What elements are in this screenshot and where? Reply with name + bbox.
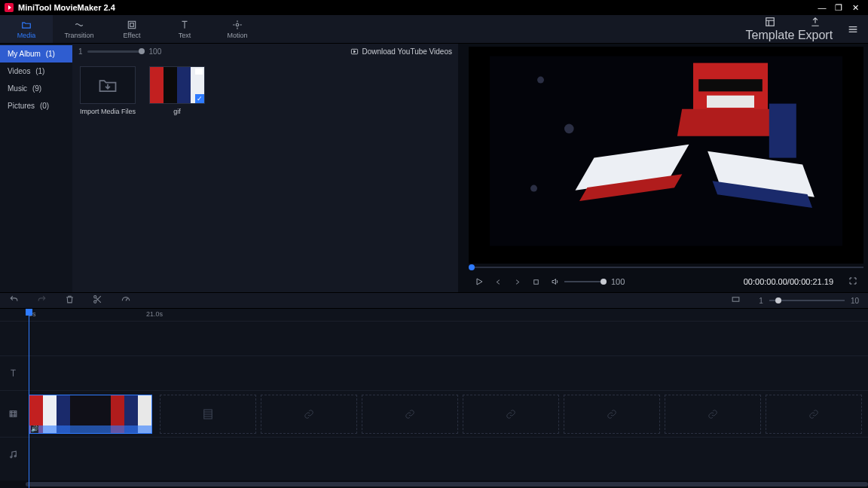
menu-button[interactable]	[838, 15, 868, 43]
download-youtube-label: Download YouTube Videos	[362, 47, 452, 56]
text-track[interactable]	[0, 355, 868, 390]
link-icon	[405, 409, 415, 419]
thumb-zoom-max: 100	[149, 47, 162, 56]
timeline[interactable]: 0s 21.0s 🔊	[0, 309, 868, 488]
tab-media-label: Media	[17, 32, 36, 39]
svg-point-11	[10, 456, 11, 458]
speaker-icon	[551, 277, 560, 286]
sidebar-item-count: (1)	[46, 50, 55, 58]
download-icon	[350, 47, 359, 56]
tab-motion[interactable]: Motion	[211, 15, 264, 43]
hamburger-icon	[847, 23, 859, 35]
speed-button[interactable]	[121, 294, 131, 307]
sidebar-item-pictures[interactable]: Pictures (0)	[0, 97, 72, 114]
fullscreen-button[interactable]	[848, 275, 857, 288]
svg-point-6	[94, 296, 96, 298]
stop-icon	[532, 278, 540, 286]
link-icon	[304, 409, 314, 419]
trash-icon	[65, 294, 75, 304]
fullscreen-icon	[848, 276, 857, 285]
empty-slot[interactable]	[362, 395, 458, 434]
selected-check-icon: ✓	[195, 94, 204, 103]
window-maximize-button[interactable]: ❐	[830, 3, 847, 13]
thumb-zoom-min: 1	[78, 47, 83, 56]
media-sidebar: My Album (1) Videos (1) Music (9) Pictur…	[0, 44, 72, 292]
sidebar-item-my-album[interactable]: My Album (1)	[0, 45, 72, 63]
empty-slot[interactable]	[766, 395, 862, 434]
split-button[interactable]	[93, 294, 102, 307]
svg-rect-9	[10, 411, 17, 417]
link-icon	[607, 409, 617, 419]
delete-button[interactable]	[65, 294, 75, 307]
preview-video[interactable]	[469, 47, 863, 264]
template-button[interactable]: Template	[747, 15, 793, 43]
folder-icon	[21, 20, 32, 30]
video-badge-icon	[195, 69, 203, 75]
next-frame-button[interactable]	[513, 278, 521, 286]
video-track[interactable]: 🔊	[0, 390, 868, 437]
scissors-icon	[93, 294, 102, 304]
timeline-ruler[interactable]: 0s 21.0s	[0, 309, 868, 321]
stop-button[interactable]	[532, 278, 540, 286]
title-bar: MiniTool MovieMaker 2.4 — ❐ ✕	[0, 0, 868, 15]
sidebar-item-videos[interactable]: Videos (1)	[0, 63, 72, 80]
mute-button[interactable]	[551, 277, 560, 286]
undo-button[interactable]	[9, 294, 19, 307]
text-track-icon	[8, 368, 18, 378]
empty-slot[interactable]	[261, 395, 357, 434]
window-close-button[interactable]: ✕	[847, 3, 863, 13]
sidebar-item-label: Videos	[8, 67, 30, 75]
sidebar-item-count: (1)	[35, 67, 44, 75]
video-track-icon	[8, 409, 18, 419]
text-icon	[179, 20, 190, 30]
motion-icon	[232, 20, 243, 30]
next-frame-icon	[513, 278, 521, 286]
tab-transition[interactable]: Transition	[53, 15, 105, 43]
volume-value: 100	[611, 277, 625, 286]
import-media-button[interactable]	[80, 66, 136, 104]
fit-timeline-button[interactable]	[731, 294, 741, 307]
preview-scrubber[interactable]	[469, 264, 863, 271]
thumb-zoom-slider[interactable]	[87, 50, 145, 53]
timeline-scrollbar[interactable]	[0, 480, 868, 488]
prev-frame-button[interactable]	[494, 278, 503, 286]
svg-rect-3	[766, 17, 775, 26]
empty-slot[interactable]	[665, 395, 761, 434]
tab-media[interactable]: Media	[0, 15, 53, 43]
speedometer-icon	[121, 294, 131, 304]
sidebar-item-label: Music	[8, 84, 27, 93]
audio-track[interactable]	[0, 437, 868, 471]
empty-slot[interactable]	[564, 395, 660, 434]
import-media-label: Import Media Files	[80, 108, 136, 115]
svg-rect-0	[128, 21, 135, 28]
import-folder-icon	[97, 75, 118, 96]
transition-icon	[74, 20, 84, 30]
tab-effect[interactable]: Effect	[105, 15, 158, 43]
template-label: Template	[746, 29, 795, 42]
export-button[interactable]: Export	[793, 15, 838, 43]
sidebar-item-music[interactable]: Music (9)	[0, 80, 72, 97]
link-icon	[506, 409, 516, 419]
window-minimize-button[interactable]: —	[814, 3, 830, 12]
empty-slot[interactable]	[160, 395, 256, 434]
play-button[interactable]	[475, 277, 484, 286]
download-youtube-button[interactable]: Download YouTube Videos	[350, 47, 452, 56]
volume-slider[interactable]	[564, 281, 607, 282]
sidebar-item-count: (0)	[40, 102, 49, 110]
media-thumb-gif[interactable]: ✓	[149, 66, 205, 104]
media-library: 1 100 Download YouTube Videos Import Med…	[72, 44, 464, 292]
timeline-zoom-slider[interactable]	[769, 300, 845, 301]
redo-button[interactable]	[37, 294, 47, 307]
timeline-zoom-min: 1	[759, 297, 763, 305]
svg-point-2	[236, 23, 239, 26]
fit-icon	[731, 294, 741, 304]
effect-icon	[127, 20, 137, 30]
tab-text[interactable]: Text	[158, 15, 211, 43]
svg-point-7	[94, 300, 96, 303]
sidebar-item-label: Pictures	[8, 102, 35, 110]
empty-slot[interactable]	[463, 395, 559, 434]
tab-effect-label: Effect	[124, 32, 141, 39]
timeline-clip-gif[interactable]: 🔊	[29, 395, 152, 434]
tab-transition-label: Transition	[64, 32, 93, 39]
tab-text-label: Text	[179, 32, 191, 39]
